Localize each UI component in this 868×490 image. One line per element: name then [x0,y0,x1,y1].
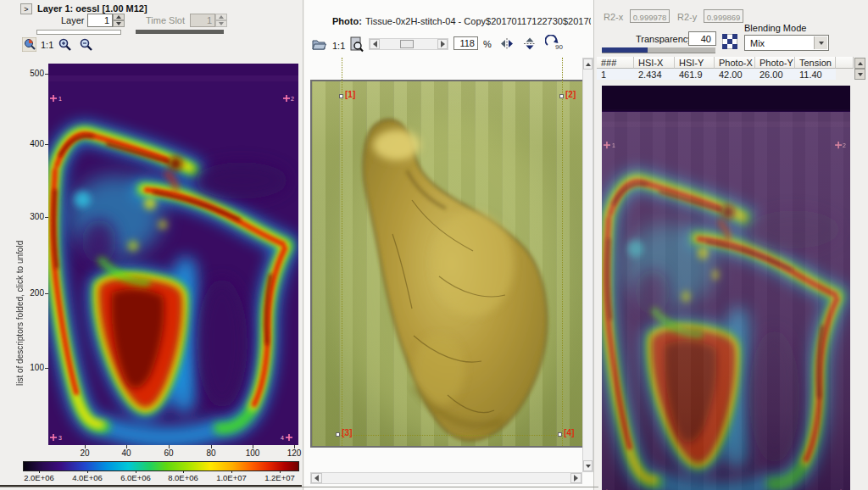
flip-horizontal-icon[interactable] [499,37,515,50]
photo-panel: Photo: Tissue-0x2H-stitch-04 - Copy$2017… [304,0,594,490]
colorbar-label-5: 1.0E+07 [210,473,253,482]
x-tick-120: 120 [284,448,304,459]
cell-photo-x: 42.00 [715,69,755,80]
colorbar-label-4: 8.0E+06 [162,473,204,482]
zoom-in-icon[interactable] [58,37,72,52]
hsi-heatmap-plot[interactable] [48,64,298,445]
x-tick-20: 20 [75,448,95,459]
time-slot-spinner [215,14,227,27]
transparency-slider[interactable] [602,47,715,53]
photo-background[interactable] [312,81,585,446]
zoom-slider-left-button[interactable] [370,39,380,49]
spinner-down-icon [858,73,863,76]
scroll-left-button[interactable] [311,473,322,483]
colorbar-label-1: 2.0E+06 [18,473,60,482]
r2x-value-box: 0.999978 [630,9,670,23]
x-tick-80: 80 [201,448,221,459]
col-header-spacer [836,57,854,69]
descriptor-picker-icon[interactable] [22,37,36,52]
y-tick-100: 100 [24,363,44,373]
registration-table[interactable]: ### HSI-X HSI-Y Photo-X Photo-Y Tension … [597,57,854,80]
arrow-left-icon [373,41,377,47]
spinner-up-icon [116,15,121,19]
scroll-up-button[interactable] [583,58,593,70]
blending-mode-dropdown[interactable]: Mix [744,35,829,51]
y-tick-300: 300 [24,212,44,222]
photo-marker-3-handle[interactable] [336,432,340,437]
zoom-slider-right-button[interactable] [437,39,448,49]
transparency-input[interactable]: 40 [688,31,716,46]
photo-marker-4-label: [4] [564,428,574,437]
blend-panel: R2-x 0.999978 R2-y 0.999869 Transparency… [595,0,868,490]
photo-marker-1-label: [1] [345,90,355,99]
col-header-photo-x[interactable]: Photo-X [715,57,755,69]
layer-progress [36,30,121,35]
time-slot-input: 1 [190,14,215,27]
overlay-top-strip [602,86,850,111]
hsi-panel: > Layer 1: oessl [1.00 M12] Layer 1 Time… [0,0,303,490]
photo-marker-1-handle[interactable] [339,94,343,98]
blend-overlay-view[interactable] [602,86,850,490]
spinner-down-icon [116,22,121,25]
time-slot-label: Time Slot [146,15,185,26]
descriptor-unfold-note[interactable]: list of descriptors folded, click to unf… [15,131,27,386]
blending-mode-label: Blending Mode [744,23,806,34]
col-header-hsi-y[interactable]: HSI-Y [675,57,715,69]
zoom-actual-label[interactable]: 1:1 [41,40,53,51]
photo-zoom-actual-label[interactable]: 1:1 [332,41,345,52]
r2y-label: R2-y [677,12,697,23]
zoom-slider[interactable] [369,38,448,50]
overlay-heatmap-layer [602,109,850,490]
scroll-right-button[interactable] [570,473,581,483]
col-header-index[interactable]: ### [597,57,634,69]
col-header-tension[interactable]: Tension [795,57,836,69]
table-row[interactable]: 1 2.434 461.9 42.00 26.00 11.40 [597,69,854,80]
photo-vertical-scrollbar[interactable] [582,58,593,472]
table-scroll-spinner[interactable] [854,58,865,80]
x-tick-60: 60 [159,448,179,459]
transparency-label: Transparency [636,34,693,45]
photo-frame [310,80,587,448]
table-header-row: ### HSI-X HSI-Y Photo-X Photo-Y Tension [597,57,854,69]
colorbar-label-3: 6.0E+06 [114,473,157,482]
scroll-down-button[interactable] [583,460,593,471]
zoom-percent-input[interactable]: 118 [453,36,478,50]
layer-label: Layer [61,15,85,26]
r2x-label: R2-x [604,12,623,23]
fit-view-icon[interactable] [350,36,364,53]
y-tick-500: 500 [24,69,44,79]
zoom-out-icon[interactable] [79,37,93,52]
blend-pattern-icon[interactable] [722,34,737,49]
transparency-slider-fill [602,47,648,53]
x-tick-40: 40 [116,448,136,459]
zoom-slider-thumb[interactable] [400,40,414,48]
photo-horizontal-scrollbar[interactable] [310,472,582,484]
guide-line-vertical-left [342,58,342,446]
window-bottom-edge [0,487,598,487]
arrow-right-icon [574,475,578,482]
application-window: > Layer 1: oessl [1.00 M12] Layer 1 Time… [0,0,868,490]
cell-tension: 11.40 [795,69,836,80]
photo-filename: Tissue-0x2H-stitch-04 - Copy$20170117122… [365,16,591,27]
photo-marker-2-handle[interactable] [559,94,564,98]
open-photo-icon[interactable] [312,38,326,50]
cell-index: 1 [597,69,634,80]
layer-spinner[interactable] [113,14,125,27]
guide-line-vertical-right [562,58,563,446]
spinner-up-icon [858,62,863,65]
colorbar-label-6: 1.2E+07 [259,473,301,482]
col-header-hsi-x[interactable]: HSI-X [634,57,675,69]
col-header-photo-y[interactable]: Photo-Y [755,57,795,69]
cell-photo-y: 26.00 [755,69,795,80]
dropdown-button[interactable] [814,36,827,49]
photo-marker-2-label: [2] [565,90,576,99]
arrow-down-icon [586,465,591,468]
rotate-90-badge: 90 [555,43,563,51]
layer-input[interactable]: 1 [87,14,113,27]
cell-hsi-y: 461.9 [675,69,715,80]
photo-marker-4-handle[interactable] [558,432,562,437]
colorbar-label-2: 4.0E+06 [66,473,108,482]
arrow-up-icon [586,63,591,66]
flip-vertical-icon[interactable] [523,36,537,51]
collapse-panel-button[interactable]: > [20,3,32,14]
